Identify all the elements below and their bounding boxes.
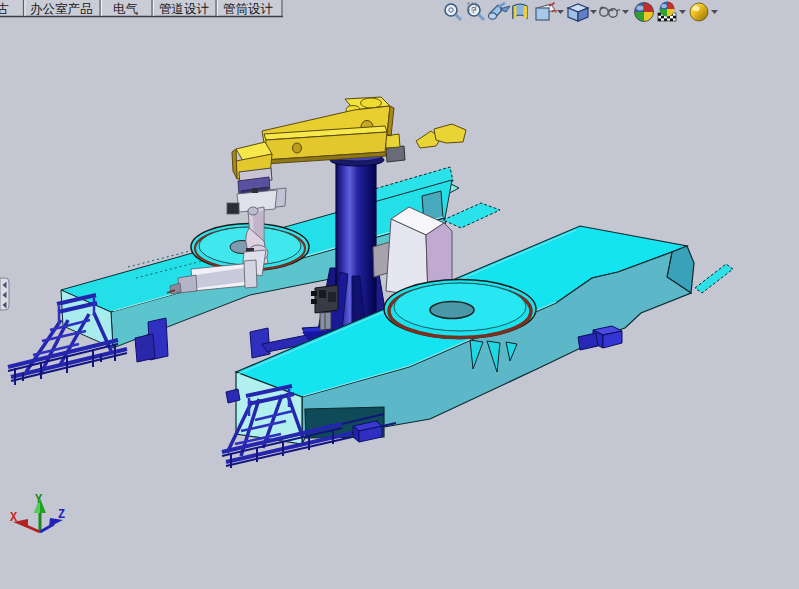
svg-text:管筒设计: 管筒设计 <box>223 2 274 16</box>
svg-text:Z: Z <box>58 508 65 522</box>
svg-text:Y: Y <box>35 493 43 507</box>
svg-text:?: ? <box>471 5 476 15</box>
svg-text:X: X <box>10 511 18 525</box>
svg-text:古: 古 <box>0 2 10 16</box>
svg-text:管道设计: 管道设计 <box>159 2 210 16</box>
svg-text:办公室产品: 办公室产品 <box>30 2 93 16</box>
svg-text:电气: 电气 <box>113 2 139 16</box>
